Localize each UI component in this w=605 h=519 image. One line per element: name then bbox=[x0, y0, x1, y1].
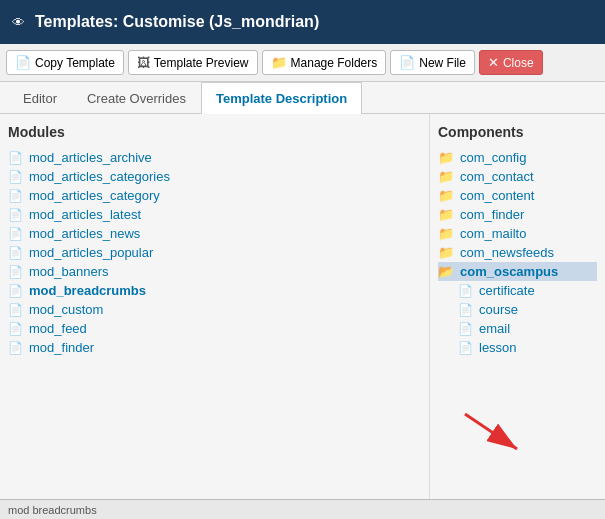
folder-icon: 📁 bbox=[438, 226, 454, 241]
tab-create-overrides[interactable]: Create Overrides bbox=[72, 82, 201, 114]
module-item[interactable]: 📄mod_articles_archive bbox=[8, 148, 421, 167]
component-folder[interactable]: 📁com_contact bbox=[438, 167, 597, 186]
toolbar: 📄 Copy Template 🖼 Template Preview 📁 Man… bbox=[0, 44, 605, 82]
module-item[interactable]: 📄mod_articles_category bbox=[8, 186, 421, 205]
folder-icon: 📂 bbox=[438, 264, 454, 279]
template-preview-icon: 🖼 bbox=[137, 55, 150, 70]
new-file-icon: 📄 bbox=[399, 55, 415, 70]
folder-icon: 📁 bbox=[438, 245, 454, 260]
module-item[interactable]: 📄mod_custom bbox=[8, 300, 421, 319]
modules-title: Modules bbox=[8, 124, 421, 140]
module-item[interactable]: 📄mod_banners bbox=[8, 262, 421, 281]
modules-list: 📄mod_articles_archive📄mod_articles_categ… bbox=[8, 148, 421, 357]
folder-icon: 📁 bbox=[438, 207, 454, 222]
components-title: Components bbox=[438, 124, 597, 140]
components-panel: Components 📁com_config📁com_contact📁com_c… bbox=[430, 114, 605, 514]
file-icon: 📄 bbox=[8, 265, 23, 279]
file-icon: 📄 bbox=[8, 189, 23, 203]
statusbar: mod breadcrumbs bbox=[0, 499, 605, 519]
manage-folders-icon: 📁 bbox=[271, 55, 287, 70]
module-item[interactable]: 📄mod_articles_latest bbox=[8, 205, 421, 224]
file-icon: 📄 bbox=[8, 227, 23, 241]
tabs-bar: Editor Create Overrides Template Descrip… bbox=[0, 82, 605, 114]
template-preview-button[interactable]: 🖼 Template Preview bbox=[128, 50, 258, 75]
eye-icon: 👁 bbox=[12, 15, 25, 30]
file-icon: 📄 bbox=[8, 284, 23, 298]
component-subitem[interactable]: 📄email bbox=[438, 319, 597, 338]
file-icon: 📄 bbox=[458, 303, 473, 317]
folder-icon: 📁 bbox=[438, 188, 454, 203]
folder-icon: 📁 bbox=[438, 150, 454, 165]
file-icon: 📄 bbox=[458, 322, 473, 336]
new-file-button[interactable]: 📄 New File bbox=[390, 50, 475, 75]
module-item[interactable]: 📄mod_finder bbox=[8, 338, 421, 357]
file-icon: 📄 bbox=[8, 151, 23, 165]
file-icon: 📄 bbox=[8, 170, 23, 184]
file-icon: 📄 bbox=[8, 322, 23, 336]
tab-editor[interactable]: Editor bbox=[8, 82, 72, 114]
component-subitem[interactable]: 📄lesson bbox=[438, 338, 597, 357]
component-subitem[interactable]: 📄certificate bbox=[438, 281, 597, 300]
statusbar-text: mod breadcrumbs bbox=[8, 504, 97, 516]
module-item[interactable]: 📄mod_feed bbox=[8, 319, 421, 338]
component-folder[interactable]: 📁com_newsfeeds bbox=[438, 243, 597, 262]
component-subitem[interactable]: 📄course bbox=[438, 300, 597, 319]
component-folder[interactable]: 📁com_content bbox=[438, 186, 597, 205]
module-item[interactable]: 📄mod_articles_popular bbox=[8, 243, 421, 262]
modules-panel: Modules 📄mod_articles_archive📄mod_articl… bbox=[0, 114, 430, 514]
close-icon: ✕ bbox=[488, 55, 499, 70]
copy-template-icon: 📄 bbox=[15, 55, 31, 70]
copy-template-button[interactable]: 📄 Copy Template bbox=[6, 50, 124, 75]
folder-icon: 📁 bbox=[438, 169, 454, 184]
file-icon: 📄 bbox=[458, 284, 473, 298]
tab-template-description[interactable]: Template Description bbox=[201, 82, 362, 114]
header: 👁 Templates: Customise (Js_mondrian) bbox=[0, 0, 605, 44]
file-icon: 📄 bbox=[8, 303, 23, 317]
file-icon: 📄 bbox=[8, 208, 23, 222]
module-item[interactable]: 📄mod_breadcrumbs bbox=[8, 281, 421, 300]
component-folder[interactable]: 📂com_oscampus bbox=[438, 262, 597, 281]
component-folder[interactable]: 📁com_config bbox=[438, 148, 597, 167]
close-button[interactable]: ✕ Close bbox=[479, 50, 543, 75]
file-icon: 📄 bbox=[8, 341, 23, 355]
components-list: 📁com_config📁com_contact📁com_content📁com_… bbox=[438, 148, 597, 357]
file-icon: 📄 bbox=[458, 341, 473, 355]
component-folder[interactable]: 📁com_finder bbox=[438, 205, 597, 224]
file-icon: 📄 bbox=[8, 246, 23, 260]
component-folder[interactable]: 📁com_mailto bbox=[438, 224, 597, 243]
module-item[interactable]: 📄mod_articles_news bbox=[8, 224, 421, 243]
manage-folders-button[interactable]: 📁 Manage Folders bbox=[262, 50, 387, 75]
content-area: Modules 📄mod_articles_archive📄mod_articl… bbox=[0, 114, 605, 514]
page-title: Templates: Customise (Js_mondrian) bbox=[35, 13, 319, 31]
module-item[interactable]: 📄mod_articles_categories bbox=[8, 167, 421, 186]
